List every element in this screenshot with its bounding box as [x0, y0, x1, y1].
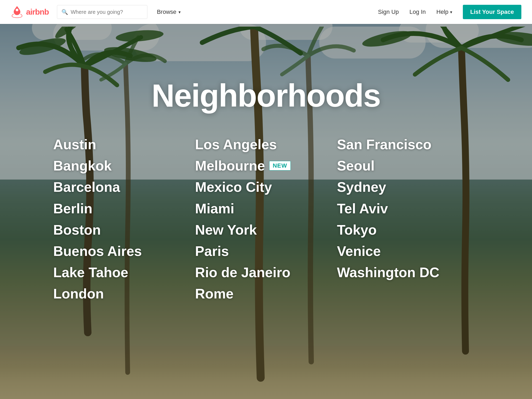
nav-links: Sign Up Log In Help ▾ List Your Space	[378, 5, 521, 19]
search-icon: 🔍	[61, 9, 68, 15]
city-item[interactable]: Berlin	[53, 199, 195, 218]
city-name: Venice	[337, 242, 381, 260]
help-chevron-icon: ▾	[450, 10, 452, 15]
city-name: Barcelona	[53, 178, 120, 196]
city-name: Berlin	[53, 199, 92, 218]
city-item[interactable]: Sydney	[337, 178, 479, 196]
city-name: Boston	[53, 221, 101, 239]
city-item[interactable]: Los Angeles	[195, 135, 337, 154]
city-item[interactable]: Washington DC	[337, 263, 479, 282]
logo-text: airbnb	[26, 7, 49, 16]
city-name: Miami	[195, 199, 234, 218]
city-item[interactable]: Rome	[195, 284, 337, 303]
city-item[interactable]: Rio de Janeiro	[195, 263, 337, 282]
new-badge: NEW	[269, 161, 290, 171]
browse-menu[interactable]: Browse ▾	[153, 6, 185, 18]
city-item[interactable]: New York	[195, 221, 337, 239]
city-name: Seoul	[337, 156, 375, 175]
login-link[interactable]: Log In	[409, 9, 426, 15]
search-box[interactable]: 🔍	[57, 5, 147, 19]
city-name: Austin	[53, 135, 96, 154]
city-item[interactable]: Miami	[195, 199, 337, 218]
city-item[interactable]: Barcelona	[53, 178, 195, 196]
city-column-col1: AustinBangkokBarcelonaBerlinBostonBuenos…	[53, 135, 195, 303]
city-item[interactable]: MelbourneNEW	[195, 156, 337, 175]
city-item[interactable]: Bangkok	[53, 156, 195, 175]
city-item[interactable]: Boston	[53, 221, 195, 239]
city-name: Washington DC	[337, 263, 439, 282]
city-name: Bangkok	[53, 156, 112, 175]
main-content: Neighborhoods AustinBangkokBarcelonaBerl…	[0, 24, 532, 399]
city-item[interactable]: Tokyo	[337, 221, 479, 239]
city-name: Melbourne	[195, 156, 265, 175]
search-input[interactable]	[71, 9, 143, 15]
city-item[interactable]: Buenos Aires	[53, 242, 195, 260]
help-label: Help	[437, 9, 448, 15]
city-name: Tel Aviv	[337, 199, 388, 218]
city-name: Lake Tahoe	[53, 263, 128, 282]
city-item[interactable]: Paris	[195, 242, 337, 260]
help-menu[interactable]: Help ▾	[437, 9, 452, 15]
city-item[interactable]: Seoul	[337, 156, 479, 175]
page-title: Neighborhoods	[152, 77, 381, 114]
city-name: London	[53, 284, 104, 303]
signup-link[interactable]: Sign Up	[378, 9, 399, 15]
logo[interactable]: airbnb	[11, 6, 49, 18]
city-item[interactable]: Lake Tahoe	[53, 263, 195, 282]
city-name: San Francisco	[337, 135, 431, 154]
city-name: Rio de Janeiro	[195, 263, 290, 282]
city-name: Sydney	[337, 178, 386, 196]
city-item[interactable]: Tel Aviv	[337, 199, 479, 218]
svg-point-10	[16, 9, 18, 11]
city-name: Mexico City	[195, 178, 272, 196]
cities-grid: AustinBangkokBarcelonaBerlinBostonBuenos…	[53, 135, 479, 303]
city-item[interactable]: Austin	[53, 135, 195, 154]
browse-label: Browse	[157, 9, 176, 15]
city-column-col3: San FranciscoSeoulSydneyTel AvivTokyoVen…	[337, 135, 479, 303]
city-item[interactable]: London	[53, 284, 195, 303]
city-column-col2: Los AngelesMelbourneNEWMexico CityMiamiN…	[195, 135, 337, 303]
browse-chevron-icon: ▾	[178, 10, 181, 15]
navbar: airbnb 🔍 Browse ▾ Sign Up Log In Help ▾ …	[0, 0, 532, 24]
list-your-space-button[interactable]: List Your Space	[463, 5, 521, 19]
city-name: Buenos Aires	[53, 242, 142, 260]
city-item[interactable]: Mexico City	[195, 178, 337, 196]
city-name: Paris	[195, 242, 229, 260]
city-name: Tokyo	[337, 221, 377, 239]
city-name: New York	[195, 221, 257, 239]
city-item[interactable]: San Francisco	[337, 135, 479, 154]
city-item[interactable]: Venice	[337, 242, 479, 260]
city-name: Rome	[195, 284, 233, 303]
city-name: Los Angeles	[195, 135, 277, 154]
airbnb-logo-icon	[11, 6, 23, 18]
